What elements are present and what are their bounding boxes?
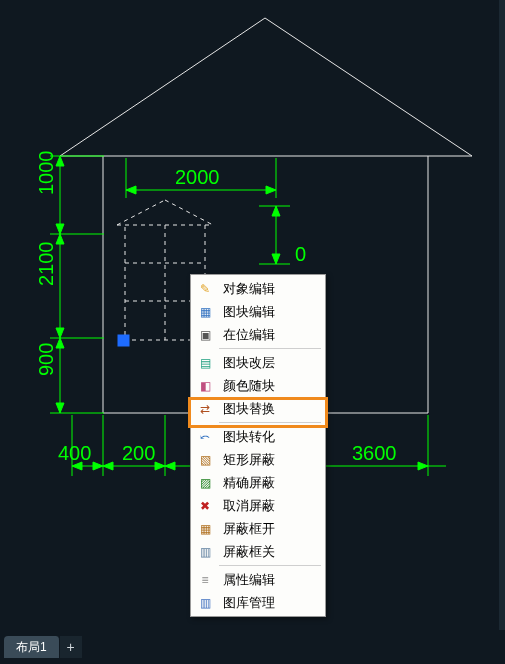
svg-marker-46 (165, 462, 175, 470)
layer-change-icon: ▤ (195, 354, 215, 372)
block-convert-icon: ⤺ (195, 428, 215, 446)
block-edit-icon: ▦ (195, 303, 215, 321)
menu-item-precise-mask[interactable]: ▨精确屏蔽 (193, 471, 323, 494)
svg-marker-33 (56, 234, 64, 244)
menu-separator (219, 565, 321, 566)
menu-separator (219, 422, 321, 423)
edit-icon: ✎ (195, 280, 215, 298)
svg-marker-31 (56, 156, 64, 166)
menu-item-mask-off[interactable]: ▥屏蔽框关 (193, 540, 323, 563)
menu-item-mask-on[interactable]: ▦屏蔽框开 (193, 517, 323, 540)
menu-item-block-replace[interactable]: ⇄图块替换 (193, 397, 323, 420)
menu-item-label: 在位编辑 (223, 326, 275, 344)
dim-bot-mid: 200 (122, 442, 155, 464)
mask-on-icon: ▦ (195, 520, 215, 538)
menu-item-inplace[interactable]: ▣在位编辑 (193, 323, 323, 346)
menu-separator (219, 348, 321, 349)
selection-grip[interactable] (118, 335, 129, 346)
menu-item-attr-edit[interactable]: ≡属性编辑 (193, 568, 323, 591)
library-icon: ▥ (195, 594, 215, 612)
rect-mask-icon: ▧ (195, 451, 215, 469)
menu-item-cancel-mask[interactable]: ✖取消屏蔽 (193, 494, 323, 517)
svg-marker-44 (103, 462, 113, 470)
dim-bot-right: 3600 (352, 442, 397, 464)
dim-left-top: 1000 (35, 151, 57, 196)
menu-item-rect-mask[interactable]: ▧矩形屏蔽 (193, 448, 323, 471)
menu-item-color-random[interactable]: ◧颜色随块 (193, 374, 323, 397)
menu-item-label: 颜色随块 (223, 377, 275, 395)
dim-bot-left: 400 (58, 442, 91, 464)
block-replace-icon: ⇄ (195, 400, 215, 418)
mask-off-icon: ▥ (195, 543, 215, 561)
dim-mid-right: 0 (295, 243, 306, 265)
color-random-icon: ◧ (195, 377, 215, 395)
dim-top-inner: 2000 (175, 166, 220, 188)
vertical-scrollbar[interactable] (499, 0, 505, 630)
attr-edit-icon: ≡ (195, 571, 215, 589)
svg-line-4 (60, 18, 265, 156)
menu-item-label: 屏蔽框开 (223, 520, 275, 538)
svg-marker-36 (56, 403, 64, 413)
tab-add[interactable]: + (60, 636, 82, 658)
svg-marker-20 (266, 186, 276, 194)
menu-item-label: 图块编辑 (223, 303, 275, 321)
svg-marker-47 (418, 462, 428, 470)
inplace-icon: ▣ (195, 326, 215, 344)
svg-marker-19 (126, 186, 136, 194)
menu-item-label: 图块替换 (223, 400, 275, 418)
svg-marker-32 (56, 224, 64, 234)
menu-item-label: 精确屏蔽 (223, 474, 275, 492)
menu-item-block-edit[interactable]: ▦图块编辑 (193, 300, 323, 323)
precise-mask-icon: ▨ (195, 474, 215, 492)
menu-item-label: 屏蔽框关 (223, 543, 275, 561)
svg-line-5 (265, 18, 472, 156)
svg-marker-24 (272, 206, 280, 216)
menu-item-label: 对象编辑 (223, 280, 275, 298)
svg-line-9 (165, 200, 213, 225)
menu-item-block-convert[interactable]: ⤺图块转化 (193, 425, 323, 448)
svg-line-8 (117, 200, 165, 225)
menu-item-label: 矩形屏蔽 (223, 451, 275, 469)
menu-item-label: 图块转化 (223, 428, 275, 446)
layout-tabs: 布局1 + (4, 636, 82, 658)
menu-item-layer-change[interactable]: ▤图块改层 (193, 351, 323, 374)
svg-marker-45 (155, 462, 165, 470)
context-menu: ✎对象编辑▦图块编辑▣在位编辑▤图块改层◧颜色随块⇄图块替换⤺图块转化▧矩形屏蔽… (190, 274, 326, 617)
cancel-mask-icon: ✖ (195, 497, 215, 515)
svg-marker-35 (56, 338, 64, 348)
menu-item-edit[interactable]: ✎对象编辑 (193, 277, 323, 300)
svg-marker-43 (93, 462, 103, 470)
dim-left-bot: 900 (35, 343, 57, 376)
menu-item-label: 取消屏蔽 (223, 497, 275, 515)
dim-left-mid: 2100 (35, 242, 57, 287)
svg-marker-34 (56, 328, 64, 338)
tab-layout1[interactable]: 布局1 (4, 636, 60, 658)
menu-item-label: 图库管理 (223, 594, 275, 612)
menu-item-library[interactable]: ▥图库管理 (193, 591, 323, 614)
svg-marker-25 (272, 254, 280, 264)
menu-item-label: 图块改层 (223, 354, 275, 372)
menu-item-label: 属性编辑 (223, 571, 275, 589)
